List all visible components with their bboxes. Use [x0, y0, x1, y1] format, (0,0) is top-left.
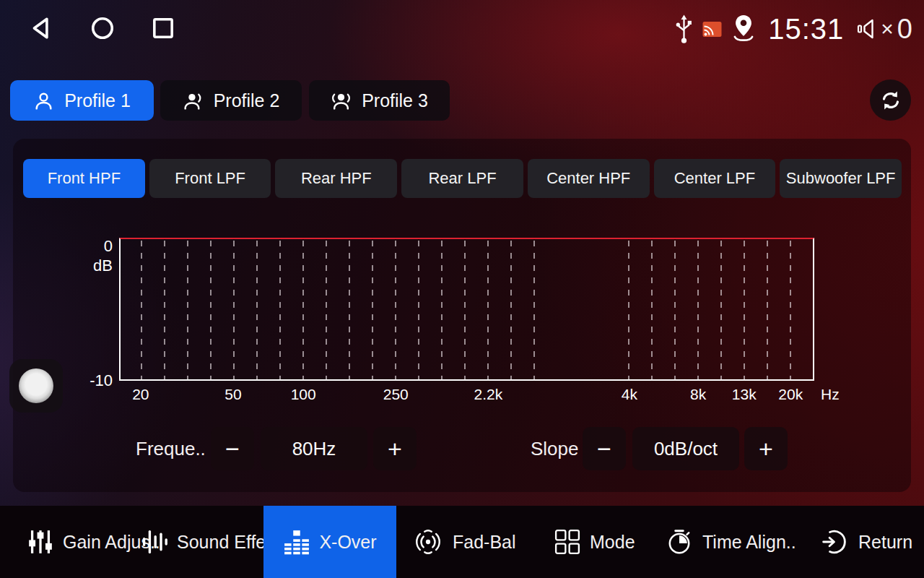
refresh-icon — [879, 89, 902, 112]
plot-gridline — [141, 241, 142, 379]
mode-grid-icon — [554, 529, 580, 555]
tab-rear-lpf[interactable]: Rear LPF — [401, 159, 523, 198]
plot-gridline — [349, 241, 350, 379]
person-double-wave-icon — [331, 90, 352, 111]
slope-label: Slope — [531, 427, 579, 470]
plot-gridline — [628, 241, 629, 379]
x-tick-label: 50 — [225, 386, 241, 403]
y-axis-label-0: 0 — [81, 237, 113, 256]
sound-effect-bars-icon — [141, 529, 167, 555]
location-icon — [731, 14, 757, 45]
floating-knob[interactable] — [9, 359, 63, 413]
volume-status: × 0 — [855, 14, 912, 45]
plot-gridline — [487, 241, 489, 379]
nav-label: Mode — [590, 532, 635, 553]
nav-gain-adjust[interactable]: Gain Adjus.. — [27, 506, 160, 578]
plot-gridline — [720, 241, 722, 379]
x-tick-label: 20 — [132, 386, 149, 403]
y-axis-label-min10: -10 — [75, 371, 113, 390]
plot-gridline — [697, 241, 699, 379]
nav-label: Time Align.. — [702, 532, 796, 553]
plot-gridline — [533, 241, 535, 379]
bottom-nav-bar: Gain Adjus.. Sound Effe.. X-Over — [0, 506, 924, 578]
plot-gridline — [256, 241, 258, 379]
knob-circle-icon — [19, 368, 53, 403]
x-tick-label: 13k — [732, 386, 757, 403]
plot-gridline — [464, 241, 466, 379]
back-icon[interactable] — [29, 15, 55, 41]
x-tick-label: 8k — [690, 386, 706, 403]
plot-gridline — [510, 241, 512, 379]
nav-label: Return — [858, 532, 912, 553]
equalizer-segments-icon — [283, 528, 310, 556]
tab-subwoofer-lpf[interactable]: Subwoofer LPF — [780, 159, 902, 198]
refresh-button[interactable] — [870, 79, 911, 121]
x-tick-label: 250 — [383, 386, 409, 403]
plot-gridline — [164, 241, 165, 379]
recents-icon[interactable] — [150, 15, 176, 41]
frequency-plus-button[interactable]: + — [373, 427, 417, 470]
nav-return[interactable]: Return — [821, 506, 912, 578]
profile-tab-label: Profile 3 — [362, 90, 428, 111]
person-icon — [33, 90, 54, 111]
slope-plus-button[interactable]: + — [744, 427, 788, 470]
response-plot — [119, 238, 814, 381]
y-axis-unit: dB — [81, 256, 113, 275]
nav-xover[interactable]: X-Over — [263, 506, 396, 578]
nav-time-align[interactable]: Time Align.. — [666, 506, 796, 578]
slope-minus-button[interactable]: − — [583, 427, 626, 470]
x-axis-unit: Hz — [821, 386, 840, 403]
plot-gridline — [674, 241, 676, 379]
plot-gridline — [187, 241, 188, 379]
fader-balance-waves-icon — [413, 527, 443, 557]
gain-sliders-icon — [27, 528, 53, 556]
frequency-label: Freque.. — [136, 427, 206, 470]
profile-tab-2[interactable]: Profile 2 — [160, 80, 302, 121]
plot-gridline — [441, 241, 443, 379]
tab-front-hpf[interactable]: Front HPF — [23, 159, 145, 198]
frequency-value: 80Hz — [261, 427, 367, 470]
profile-tab-label: Profile 1 — [64, 90, 131, 111]
nav-fad-bal[interactable]: Fad-Bal — [413, 506, 516, 578]
x-tick-label: 100 — [291, 386, 316, 403]
slope-value: 0dB/oct — [632, 427, 739, 470]
plot-gridline — [210, 241, 212, 379]
person-wave-icon — [183, 90, 204, 111]
tab-center-hpf[interactable]: Center HPF — [528, 159, 650, 198]
mute-x: × — [881, 17, 894, 41]
tab-front-lpf[interactable]: Front LPF — [149, 159, 271, 198]
cast-icon — [702, 21, 722, 38]
tab-center-lpf[interactable]: Center LPF — [654, 159, 776, 198]
xover-panel: Front HPF Front LPF Rear HPF Rear LPF Ce… — [13, 139, 911, 492]
usb-icon — [674, 14, 694, 44]
nav-sound-effects[interactable]: Sound Effe.. — [141, 506, 276, 578]
plot-gridline — [395, 241, 396, 379]
clock: 15:31 — [768, 0, 844, 58]
plot-gridline — [418, 241, 419, 379]
x-tick-label: 4k — [622, 386, 637, 403]
tab-rear-hpf[interactable]: Rear HPF — [275, 159, 397, 198]
plot-gridline — [233, 241, 235, 379]
plot-gridline — [790, 241, 791, 379]
nav-mode[interactable]: Mode — [554, 506, 635, 578]
plot-gridline — [767, 241, 768, 379]
nav-label: X-Over — [319, 532, 376, 553]
status-bar: 15:31 × 0 — [0, 0, 924, 58]
x-tick-label: 2.2k — [474, 386, 502, 403]
plot-gridline — [326, 241, 327, 379]
speaker-muted-icon — [855, 14, 877, 43]
profile-tab-3[interactable]: Profile 3 — [309, 80, 450, 121]
profile-tab-label: Profile 2 — [214, 90, 280, 111]
nav-label: Fad-Bal — [453, 532, 516, 553]
volume-value: 0 — [897, 14, 912, 45]
x-tick-label: 20k — [778, 386, 803, 403]
profile-tab-1[interactable]: Profile 1 — [10, 80, 154, 121]
home-icon[interactable] — [90, 15, 116, 41]
frequency-minus-button[interactable]: − — [211, 427, 254, 470]
plot-xticks: 20501002502.2k4k8k13k20k — [119, 386, 814, 405]
plot-gridline — [651, 241, 653, 379]
plot-gridline — [744, 241, 745, 379]
nav-label: Sound Effe.. — [177, 532, 276, 553]
filter-tab-row: Front HPF Front LPF Rear HPF Rear LPF Ce… — [23, 159, 902, 198]
plot-gridline — [279, 241, 281, 379]
